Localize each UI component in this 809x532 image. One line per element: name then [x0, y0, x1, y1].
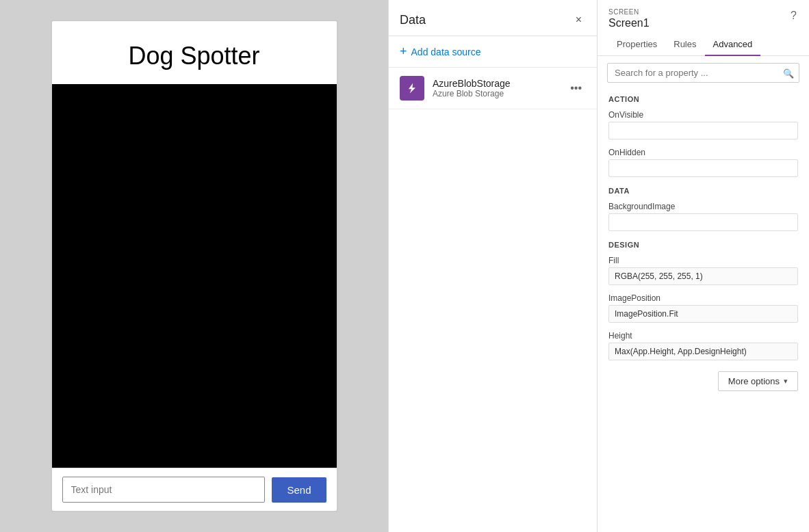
- phone-image: [52, 84, 337, 468]
- property-input-onhidden[interactable]: [608, 159, 798, 177]
- property-search-input[interactable]: [607, 63, 799, 83]
- property-input-imageposition[interactable]: [608, 305, 798, 323]
- data-panel-title: Data: [400, 13, 426, 27]
- property-name-bgimage: BackgroundImage: [608, 202, 798, 211]
- right-panel-header: SCREEN Screen1 ?: [598, 0, 809, 34]
- property-row-height: Height: [598, 327, 809, 364]
- tab-advanced[interactable]: Advanced: [705, 34, 761, 56]
- property-name-onvisible: OnVisible: [608, 110, 798, 120]
- phone-input-row: Send: [52, 468, 337, 511]
- data-source-item[interactable]: AzureBlobStorage Azure Blob Storage •••: [389, 68, 597, 109]
- property-input-height[interactable]: [608, 343, 798, 360]
- screen-name: Screen1: [608, 17, 650, 29]
- tab-properties[interactable]: Properties: [608, 34, 665, 56]
- azure-icon: [400, 76, 424, 101]
- data-panel-header: Data ×: [389, 0, 597, 36]
- property-input-onvisible[interactable]: [608, 122, 798, 139]
- property-input-fill[interactable]: [608, 267, 798, 285]
- screen-info: SCREEN Screen1: [608, 8, 650, 29]
- search-icon: 🔍: [783, 68, 794, 78]
- more-options-label: More options: [728, 376, 780, 386]
- design-section-label: DESIGN: [598, 235, 809, 252]
- more-options-button[interactable]: More options ▾: [718, 371, 798, 391]
- right-tabs: Properties Rules Advanced: [598, 34, 809, 56]
- tab-rules[interactable]: Rules: [665, 34, 704, 56]
- send-button[interactable]: Send: [272, 477, 326, 503]
- property-row-bgimage: BackgroundImage: [598, 198, 809, 235]
- data-section-label: DATA: [598, 181, 809, 198]
- data-panel: Data × + Add data source AzureBlobStorag…: [388, 0, 597, 532]
- property-name-onhidden: OnHidden: [608, 148, 798, 157]
- property-name-fill: Fill: [608, 256, 798, 265]
- property-name-imageposition: ImagePosition: [608, 293, 798, 303]
- add-data-source-label: Add data source: [411, 46, 481, 57]
- phone-frame: Dog Spotter Send: [51, 20, 338, 512]
- canvas-area: Dog Spotter Send: [0, 0, 388, 532]
- right-panel: SCREEN Screen1 ? Properties Rules Advanc…: [597, 0, 809, 532]
- data-source-name: AzureBlobStorage: [433, 78, 558, 89]
- property-row-onvisible: OnVisible: [598, 106, 809, 144]
- search-property: 🔍: [607, 63, 799, 83]
- plus-icon: +: [400, 44, 407, 59]
- text-input[interactable]: [62, 477, 266, 503]
- property-row-imageposition: ImagePosition: [598, 289, 809, 327]
- data-source-more-button[interactable]: •••: [566, 81, 586, 96]
- data-source-info: AzureBlobStorage Azure Blob Storage: [433, 78, 558, 98]
- data-close-button[interactable]: ×: [572, 12, 586, 27]
- add-data-source[interactable]: + Add data source: [389, 36, 597, 68]
- phone-title: Dog Spotter: [52, 21, 337, 84]
- help-button[interactable]: ?: [789, 8, 798, 23]
- property-name-height: Height: [608, 331, 798, 341]
- chevron-down-icon: ▾: [784, 377, 788, 386]
- property-row-onhidden: OnHidden: [598, 144, 809, 181]
- screen-label: SCREEN: [608, 8, 650, 16]
- property-input-bgimage[interactable]: [608, 213, 798, 231]
- action-section-label: ACTION: [598, 90, 809, 106]
- more-options-row: More options ▾: [598, 364, 809, 398]
- data-source-type: Azure Blob Storage: [433, 89, 558, 98]
- property-row-fill: Fill: [598, 252, 809, 289]
